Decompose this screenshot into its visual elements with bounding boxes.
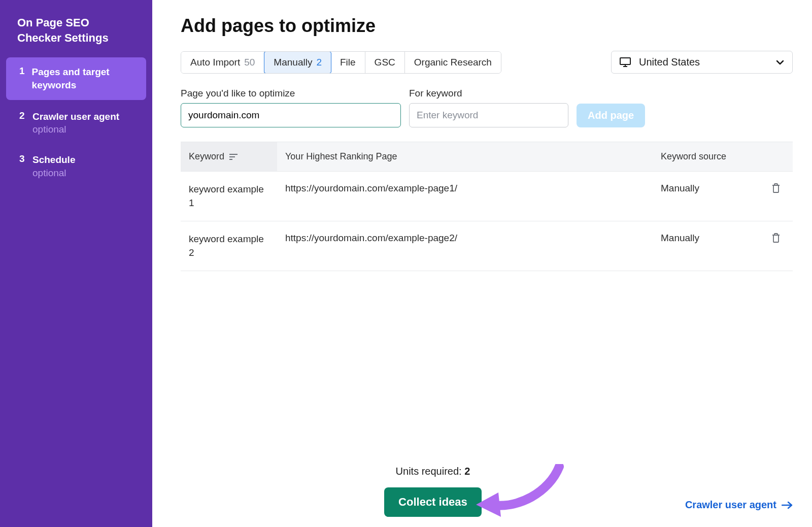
cell-page: https://yourdomain.com/example-page2/ bbox=[277, 221, 653, 255]
add-page-button[interactable]: Add page bbox=[577, 104, 645, 127]
next-step-link[interactable]: Crawler user agent bbox=[685, 499, 793, 517]
keywords-table: Keyword Your Highest Ranking Page Keywor… bbox=[181, 142, 793, 271]
tab-organic-research[interactable]: Organic Research bbox=[405, 52, 501, 73]
tab-label: Auto Import bbox=[190, 57, 240, 68]
sort-icon bbox=[229, 154, 238, 160]
annotation-arrow-icon bbox=[473, 464, 564, 520]
table-row: keyword example 1 https://yourdomain.com… bbox=[181, 172, 793, 221]
delete-row-icon[interactable] bbox=[771, 183, 781, 193]
tab-auto-import[interactable]: Auto Import 50 bbox=[181, 52, 264, 73]
tab-count: 2 bbox=[316, 57, 322, 68]
main-content: Add pages to optimize Auto Import 50 Man… bbox=[152, 0, 812, 527]
sidebar-step-pages-keywords[interactable]: 1 Pages and target keywords bbox=[6, 57, 146, 100]
step-number: 1 bbox=[19, 65, 25, 77]
table-header: Keyword Your Highest Ranking Page Keywor… bbox=[181, 142, 793, 172]
sidebar-step-crawler-agent[interactable]: 2 Crawler user agent optional bbox=[6, 102, 146, 144]
keyword-input-label: For keyword bbox=[409, 88, 462, 99]
col-actions bbox=[759, 142, 793, 171]
step-label: Crawler user agent bbox=[32, 110, 119, 123]
step-number: 3 bbox=[19, 153, 25, 164]
sidebar-title: On Page SEO Checker Settings bbox=[0, 15, 152, 57]
tab-label: GSC bbox=[375, 57, 395, 68]
tab-manually[interactable]: Manually 2 bbox=[264, 51, 331, 74]
tab-count: 50 bbox=[244, 57, 255, 68]
tab-file[interactable]: File bbox=[331, 52, 365, 73]
cell-source: Manually bbox=[653, 172, 759, 205]
tab-label: Organic Research bbox=[414, 57, 492, 68]
tab-gsc[interactable]: GSC bbox=[365, 52, 405, 73]
cell-keyword: keyword example 2 bbox=[181, 221, 277, 271]
cell-source: Manually bbox=[653, 221, 759, 255]
col-keyword[interactable]: Keyword bbox=[181, 142, 277, 171]
cell-page: https://yourdomain.com/example-page1/ bbox=[277, 172, 653, 205]
table-row: keyword example 2 https://yourdomain.com… bbox=[181, 221, 793, 271]
units-required: Units required: 2 bbox=[396, 466, 470, 477]
sidebar-step-schedule[interactable]: 3 Schedule optional bbox=[6, 145, 146, 187]
col-page[interactable]: Your Highest Ranking Page bbox=[277, 142, 653, 171]
step-sublabel: optional bbox=[32, 124, 119, 135]
step-number: 2 bbox=[19, 110, 25, 121]
col-source[interactable]: Keyword source bbox=[653, 142, 759, 171]
step-label: Schedule bbox=[32, 153, 75, 167]
collect-ideas-button[interactable]: Collect ideas bbox=[384, 487, 482, 517]
tab-label: File bbox=[340, 57, 356, 68]
step-sublabel: optional bbox=[32, 168, 75, 179]
page-input-label: Page you'd like to optimize bbox=[181, 88, 401, 99]
keyword-input[interactable] bbox=[409, 103, 568, 127]
import-method-tabs: Auto Import 50 Manually 2 File GSC Organ… bbox=[181, 51, 501, 74]
arrow-right-icon bbox=[782, 501, 793, 509]
settings-sidebar: On Page SEO Checker Settings 1 Pages and… bbox=[0, 0, 152, 527]
step-label: Pages and target keywords bbox=[32, 65, 133, 91]
page-title: Add pages to optimize bbox=[181, 15, 793, 37]
tab-label: Manually bbox=[274, 57, 312, 68]
cell-keyword: keyword example 1 bbox=[181, 172, 277, 221]
region-value: United States bbox=[639, 56, 700, 68]
svg-rect-0 bbox=[620, 58, 630, 64]
region-select[interactable]: United States bbox=[611, 51, 793, 74]
chevron-down-icon bbox=[776, 60, 784, 65]
delete-row-icon[interactable] bbox=[771, 233, 781, 243]
page-url-input[interactable] bbox=[181, 103, 401, 127]
desktop-icon bbox=[620, 57, 631, 68]
